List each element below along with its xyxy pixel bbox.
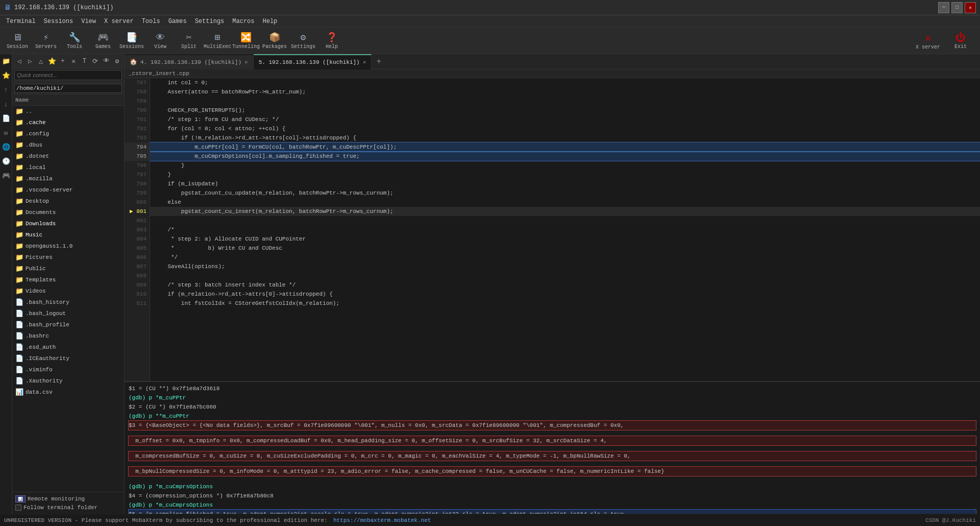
left-icon-file[interactable]: 📄 [1,113,11,124]
follow-terminal-toggle[interactable]: Follow terminal folder [15,504,121,512]
menu-item-macros[interactable]: Macros [228,15,258,28]
sessions-icon: 📑 [126,32,137,43]
minimize-button[interactable]: ─ [938,2,949,13]
file-item-bash_profile[interactable]: 📄.bash_profile [12,319,124,330]
menu-item-x-server[interactable]: X server [100,15,138,28]
line-num-807: 807 [125,262,150,271]
tab-1-close[interactable]: ✕ [244,59,248,65]
toolbar-btn-tunneling[interactable]: 🔀Tunneling [233,29,259,53]
sidebar-forward-btn[interactable]: ▷ [25,56,35,66]
left-icon-game[interactable]: 🎮 [1,171,11,181]
sidebar-up-btn[interactable]: △ [36,56,46,66]
mobatek-link[interactable]: https://mobaxterm.mobatek.net [333,517,431,523]
toolbar-btn-games[interactable]: 🎮Games [90,29,116,53]
session-label: Session [7,44,28,50]
left-icon-panel: 📁 ⭐ ↑ ↓ 📄 ✉ 🌐 🕐 🎮 [0,54,12,514]
file-item-esd_auth[interactable]: 📄.esd_auth [12,342,124,353]
tab-1-label: 4. 192.168.136.139 ([kuchiki]) [140,59,241,65]
file-item-bash_history[interactable]: 📄.bash_history [12,297,124,308]
packages-icon: 📦 [269,32,280,43]
file-item-viminfo[interactable]: 📄.viminfo [12,364,124,375]
file-item-ICEauthority[interactable]: 📄.ICEauthority [12,353,124,364]
sidebar-settings-btn[interactable]: ⚙ [112,56,122,66]
gdb-output[interactable]: $1 = (CU **) 0x7f1e8a7d3618(gdb) p *m_cu… [125,381,980,514]
toolbar-btn-packages[interactable]: 📦Packages [261,29,288,53]
toolbar-right: ✕X server⏻Exit [913,29,976,53]
left-icon-clock[interactable]: 🕐 [1,156,11,166]
file-item-opengauss110[interactable]: 📁opengauss1.1.0 [12,241,124,252]
file-item-local[interactable]: 📁.local [12,162,124,173]
toolbar-btn-view[interactable]: 👁View [147,29,174,53]
sidebar-rename-btn[interactable]: T [80,56,89,66]
file-item-cache[interactable]: 📁.cache [12,117,124,128]
follow-terminal-checkbox[interactable] [15,505,21,511]
file-item-config[interactable]: 📁.config [12,128,124,139]
file-item-datacsv[interactable]: 📊data.csv [12,387,124,398]
sidebar-delete-btn[interactable]: ✕ [68,56,78,66]
toolbar-btn-tools[interactable]: 🔧Tools [61,29,88,53]
toolbar-btn-sessions[interactable]: 📑Sessions [118,29,145,53]
gdb-line-0: $1 = (CU **) 0x7f1e8a7d3618 [129,386,219,392]
sidebar-refresh-btn[interactable]: ⟳ [90,56,100,66]
gdb-line-9: $4 = (compression_options *) 0x7f1e8a7b8… [129,493,274,499]
file-item-mozilla[interactable]: 📁.mozilla [12,173,124,184]
toolbar-btn-servers[interactable]: ⚡Servers [33,29,59,53]
file-item-[interactable]: 📁.. [12,106,124,117]
menu-item-settings[interactable]: Settings [191,15,229,28]
file-item-bashrc[interactable]: 📄.bashrc [12,330,124,342]
toolbar-btn-multiexec[interactable]: ⊞MultiExec [204,29,231,53]
sidebar-hidden-btn[interactable]: 👁 [101,56,111,66]
file-item-Templates[interactable]: 📁Templates [12,274,124,285]
tab-2-close[interactable]: ✕ [363,59,366,65]
toolbar-right-btn-exit[interactable]: ⏻Exit [945,29,976,53]
file-item-Documents[interactable]: 📁Documents [12,207,124,218]
left-icon-star[interactable]: ⭐ [1,70,11,81]
toolbar-btn-split[interactable]: ✂Split [176,29,202,53]
gdb-line-2: $2 = (CU *) 0x7f1e8a7bc060 [129,404,216,410]
file-item-Music[interactable]: 📁Music [12,229,124,241]
close-button[interactable]: ✕ [965,2,976,13]
tab-2[interactable]: 5. 192.168.136.139 ([kuchiki]) ✕ [254,54,372,69]
toolbar-btn-settings[interactable]: ⚙Settings [290,29,316,53]
menu-item-help[interactable]: Help [259,15,282,28]
sidebar-newfolder-btn[interactable]: + [58,56,67,66]
quick-connect-input[interactable] [14,70,122,80]
file-item-Desktop[interactable]: 📁Desktop [12,196,124,207]
toolbar-btn-session[interactable]: 🖥Session [4,29,31,53]
file-item-bash_logout[interactable]: 📄.bash_logout [12,308,124,319]
file-item-vscode-server[interactable]: 📁.vscode-server [12,184,124,196]
sidebar-bookmark-btn[interactable]: ⭐ [47,56,57,66]
code-viewer[interactable]: _cstore_insert.cpp 787788789790791792793… [125,69,980,381]
file-item-dotnet[interactable]: 📁.dotnet [12,151,124,162]
menu-item-tools[interactable]: Tools [138,15,164,28]
left-icon-mail[interactable]: ✉ [1,128,11,138]
file-item-Public[interactable]: 📁Public [12,263,124,274]
toolbar-btn-help[interactable]: ❓Help [318,29,345,53]
file-item-Xauthority[interactable]: 📄.Xauthority [12,375,124,387]
menu-item-view[interactable]: View [77,15,100,28]
remote-monitoring-btn[interactable]: 📊 Remote monitoring [15,494,121,504]
toolbar-right-btn-x server[interactable]: ✕X server [913,29,943,53]
path-input[interactable] [14,84,122,93]
left-icon-upload[interactable]: ↑ [1,85,11,95]
file-item-dbus[interactable]: 📁.dbus [12,139,124,151]
title-controls: ─ □ ✕ [938,2,976,13]
menu-item-games[interactable]: Games [164,15,191,28]
sidebar-back-btn[interactable]: ◁ [14,56,24,66]
maximize-button[interactable]: □ [951,2,963,13]
line-num-794: 794 [125,142,150,152]
menu-item-terminal[interactable]: Terminal [2,15,40,28]
left-icon-globe[interactable]: 🌐 [1,142,11,152]
line-num-795: 795 [125,152,150,161]
new-tab-button[interactable]: + [372,55,386,69]
file-item-Downloads[interactable]: 📁Downloads [12,218,124,229]
tab-1[interactable]: 🏠 4. 192.168.136.139 ([kuchiki]) ✕ [125,54,254,69]
file-item-Pictures[interactable]: 📁Pictures [12,252,124,263]
left-icon-folder[interactable]: 📁 [1,56,11,66]
menu-item-sessions[interactable]: Sessions [40,15,78,28]
quick-connect-container [12,68,124,82]
file-item-Videos[interactable]: 📁Videos [12,285,124,297]
file-name-bash_history: .bash_history [26,299,69,305]
left-icon-download[interactable]: ↓ [1,99,11,109]
exit-icon: ⏻ [955,32,966,44]
